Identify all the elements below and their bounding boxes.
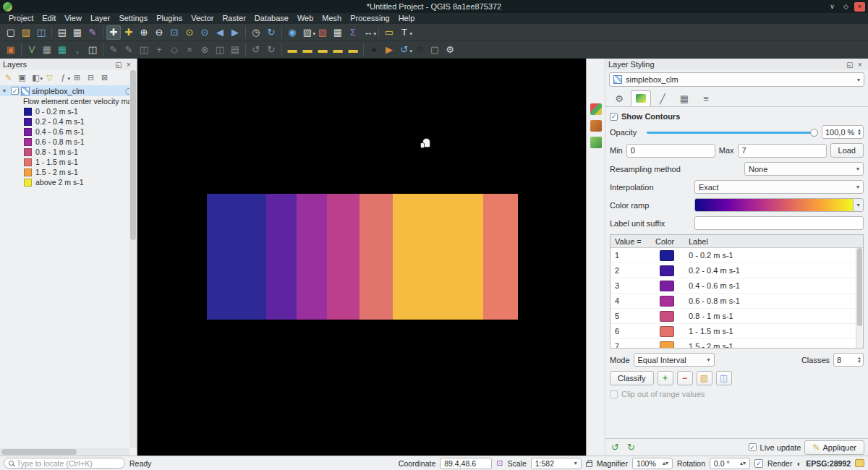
project-open-icon[interactable]: ▨ [19,25,33,40]
pan-map-icon[interactable]: ✚ [106,25,121,40]
temporal-controller-icon[interactable]: ◷ [249,25,263,40]
identify-features-icon[interactable]: ◉ [285,25,299,40]
live-update-checkbox[interactable]: ✓ [749,443,757,451]
show-contours-checkbox[interactable]: ✓ [610,113,618,121]
layers-horizontal-scrollbar[interactable] [0,448,129,456]
remove-layer-icon[interactable]: ⊠ [98,72,111,83]
layer-diagram-icon[interactable]: ▬ [300,43,315,57]
color-ramp-button[interactable]: ▾ [694,198,864,212]
map-tips-icon[interactable]: ▭ [382,25,396,40]
styling-layer-selector[interactable]: simplebox_clm ▾ [609,72,864,87]
undock-styling-panel-icon[interactable]: ◱ [845,61,855,69]
measure-icon[interactable]: ↔▾ [361,25,375,40]
add-feature-icon[interactable]: + [152,43,166,57]
options-wrench-icon[interactable]: ⚙ [443,43,457,57]
redo-history-icon[interactable]: ↺▾ [397,43,412,57]
zoom-next-icon[interactable]: ▶ [228,25,242,40]
zoom-full-icon[interactable]: ⊡ [167,25,182,40]
history-tab-icon[interactable] [590,137,602,148]
legend-item[interactable]: 0.2 - 0.4 m s-1 [0,116,137,127]
mode-combo[interactable]: Equal Interval ▾ [634,353,715,367]
python-console-icon[interactable]: ● [367,43,381,57]
shade-window-button[interactable]: ∨ [827,2,838,12]
statistics-summary-icon[interactable]: Σ [346,25,360,40]
cell-color[interactable] [655,265,684,276]
deselect-features-icon[interactable]: ▧ [315,25,330,40]
redo-style-icon[interactable]: ↻ [625,442,637,453]
menu-raster[interactable]: Raster [218,13,250,24]
layer-item-simplebox-clm[interactable]: ▾ ✓ simplebox_clm ◯ [0,85,137,96]
current-edits-icon[interactable]: ✎ [106,43,121,57]
extent-toggle-icon[interactable]: ⊡ [496,458,503,468]
table-row[interactable]: 10 - 0.2 m s-1 [610,248,863,263]
symbology-tab-icon[interactable] [590,103,602,115]
cell-color[interactable] [655,311,684,322]
style-manager-tab-icon[interactable] [590,120,602,132]
locate-search-input[interactable]: Type to locate (Ctrl+K) [4,458,125,469]
close-panel-icon[interactable]: × [124,61,134,69]
map-refresh-icon[interactable]: ↻ [264,25,278,40]
save-classes-button[interactable]: ◫ [716,371,732,385]
layout-manager-icon[interactable]: ▦ [70,25,85,40]
delete-selected-icon[interactable]: × [182,43,197,57]
opacity-slider-handle[interactable] [810,129,818,137]
magnifier-spinbox[interactable]: 100% ▴▾ [632,458,673,469]
menu-project[interactable]: Project [4,13,38,24]
data-source-manager-icon[interactable]: ▣ [4,43,18,57]
table-row[interactable]: 71.5 - 2 m s-1 [610,339,863,349]
menu-edit[interactable]: Edit [38,13,60,24]
pin-labels-icon[interactable]: ▬ [315,43,330,57]
add-raster-layer-icon[interactable]: ▦ [40,43,54,57]
tab-vectors[interactable]: ╱ [652,90,673,106]
tab-general-settings[interactable]: ⚙ [609,90,629,106]
menu-vector[interactable]: Vector [187,13,218,24]
open-layer-styling-icon[interactable]: ✎ [2,72,14,83]
copy-features-icon[interactable]: ◫ [213,43,227,57]
add-mesh-layer-icon[interactable]: ▦ [55,43,69,57]
vertex-tool-icon[interactable]: ◇ [167,43,182,57]
crs-value[interactable]: EPSG:28992 [806,459,851,468]
project-save-icon[interactable]: ◫ [34,25,48,40]
lock-scale-icon[interactable] [586,462,592,467]
table-row[interactable]: 50.8 - 1 m s-1 [610,309,863,324]
run-model-icon[interactable]: ▶ [382,43,396,57]
render-checkbox[interactable]: ✓ [754,459,763,468]
table-row[interactable]: 20.2 - 0.4 m s-1 [610,263,863,278]
select-features-icon[interactable]: ▧▾ [300,25,315,40]
text-annotation-icon[interactable]: T▾ [397,25,412,40]
legend-item[interactable]: 0.8 - 1 m s-1 [0,147,137,157]
min-input[interactable]: 0 [626,144,715,158]
legend-item[interactable]: 0.4 - 0.6 m s-1 [0,127,137,137]
chevron-down-icon[interactable]: ▾ [853,199,863,211]
menu-settings[interactable]: Settings [114,13,152,24]
table-row[interactable]: 40.6 - 0.8 m s-1 [610,294,863,309]
redo-icon[interactable]: ↻ [264,43,278,57]
highlight-labels-icon[interactable]: ▬ [331,43,345,57]
scale-combo[interactable]: 1:582 ▾ [531,458,582,469]
zoom-to-layer-icon[interactable]: ⊙ [197,25,212,40]
menu-processing[interactable]: Processing [346,13,393,24]
menu-mesh[interactable]: Mesh [318,13,346,24]
project-new-icon[interactable]: ▢ [4,25,18,40]
load-classes-button[interactable]: ▨ [697,371,712,385]
add-virtual-layer-icon[interactable]: ◫ [85,43,100,57]
classify-button[interactable]: Classify [610,371,654,385]
cell-color[interactable] [655,250,684,261]
cell-color[interactable] [655,281,684,291]
undo-icon[interactable]: ↺ [249,43,263,57]
toggle-editing-icon[interactable]: ✎ [122,43,136,57]
style-manager-icon[interactable]: ✎ [85,25,100,40]
open-attribute-table-icon[interactable]: ▦ [331,25,345,40]
column-header-color[interactable]: Color [655,237,684,246]
spinner-arrows-icon[interactable]: ▲▼ [857,356,861,364]
cell-color[interactable] [655,326,684,337]
undo-style-icon[interactable]: ↺ [609,442,621,453]
tab-mesh-frame[interactable]: ▦ [674,90,694,106]
close-styling-panel-icon[interactable]: × [855,61,865,69]
resampling-combo[interactable]: None ▾ [744,162,864,176]
map-canvas[interactable] [137,59,586,456]
legend-item[interactable]: 0.6 - 0.8 m s-1 [0,137,137,147]
table-vertical-scrollbar[interactable] [856,248,863,348]
close-window-button[interactable]: × [854,2,865,12]
spinner-arrows-icon[interactable]: ▲▼ [857,129,861,136]
